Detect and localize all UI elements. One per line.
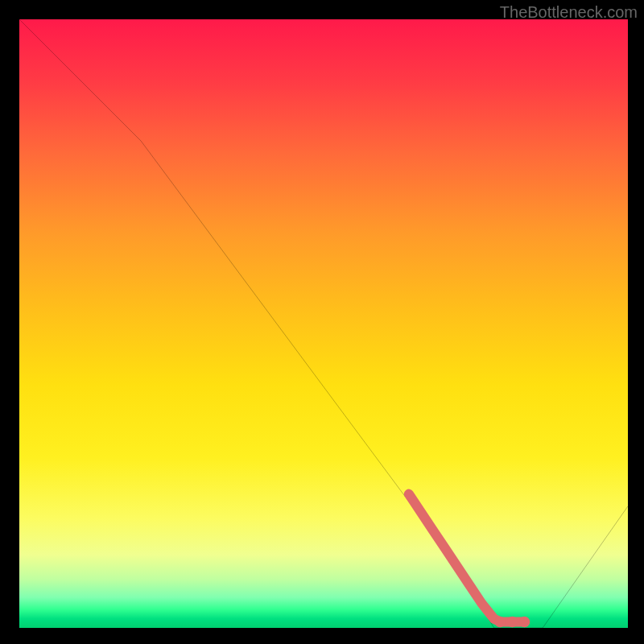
chart-svg-overlay <box>19 19 628 628</box>
watermark-text: TheBottleneck.com <box>500 3 638 22</box>
chart-main-curve <box>19 19 628 628</box>
chart-highlight-stroke <box>409 494 525 622</box>
chart-highlight-dot <box>494 617 506 628</box>
chart-highlight-dot <box>519 617 530 628</box>
chart-highlight-dot <box>507 617 518 628</box>
chart-highlight-group <box>409 494 525 622</box>
chart-plot-area <box>19 19 628 628</box>
